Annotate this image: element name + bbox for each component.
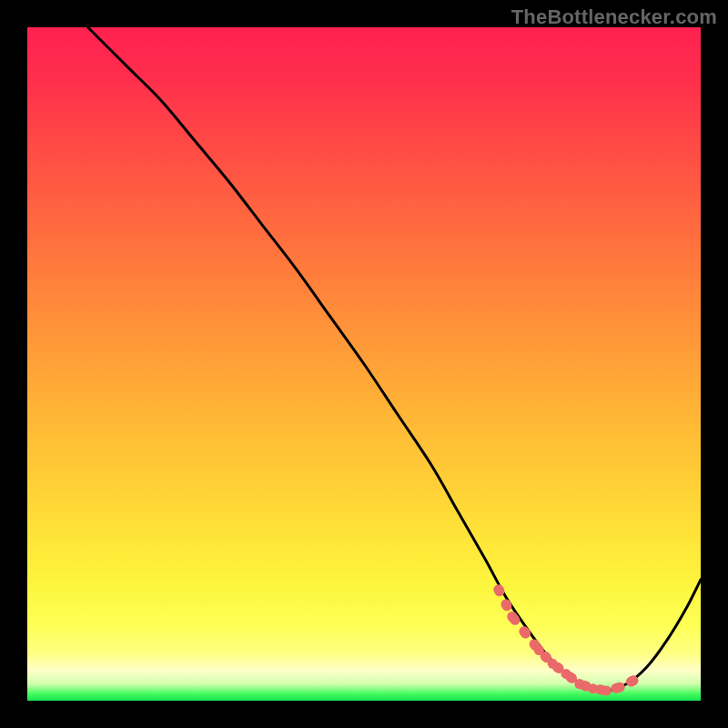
- marker-dot: [588, 683, 598, 693]
- marker-dot: [521, 629, 531, 639]
- plot-area: [27, 27, 701, 701]
- marker-dot: [534, 645, 544, 655]
- marker-dot: [629, 675, 639, 685]
- watermark: TheBottlenecker.com: [511, 5, 717, 29]
- marker-dot: [507, 612, 517, 622]
- plot-svg: [27, 27, 701, 701]
- marker-dot: [561, 669, 571, 679]
- marker-dot: [574, 679, 584, 689]
- chart-container: TheBottlenecker.com: [0, 0, 728, 728]
- marker-dot: [615, 682, 625, 693]
- marker-dot: [494, 584, 504, 594]
- marker-dot: [602, 685, 612, 695]
- marker-dot: [548, 659, 558, 669]
